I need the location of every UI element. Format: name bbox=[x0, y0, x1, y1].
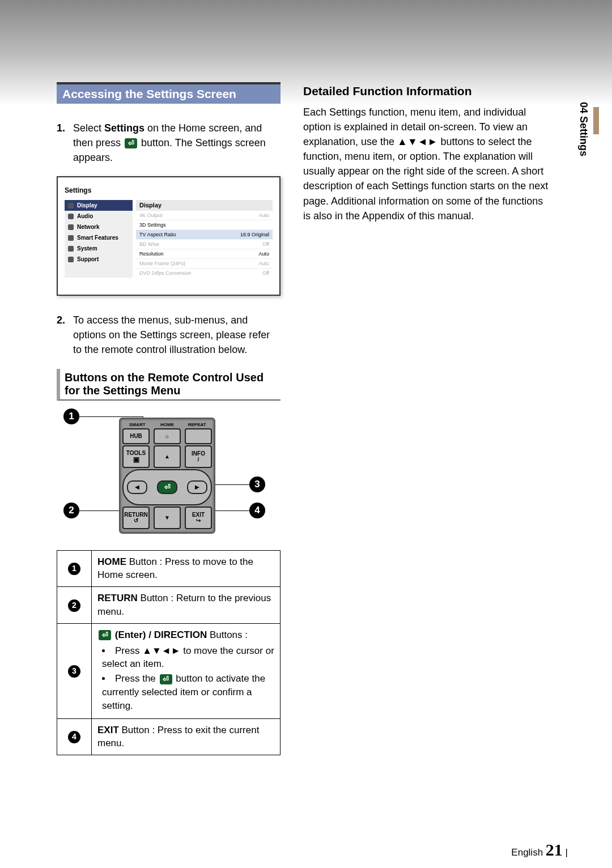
support-icon bbox=[68, 257, 74, 262]
table-row: 1 HOME Button : Press to move to the Hom… bbox=[57, 550, 280, 587]
sub-heading: Buttons on the Remote Control Used for t… bbox=[57, 369, 280, 401]
table-row: 2 RETURN Button : Return to the previous… bbox=[57, 587, 280, 624]
screenshot-sidebar: Display Audio Network Smart Features Sys… bbox=[65, 200, 133, 278]
screenshot-main: Display 4K OutputAuto 3D Settings TV Asp… bbox=[136, 200, 273, 278]
sidebar-item: Support bbox=[65, 254, 133, 265]
enter-icon: ⏎ bbox=[125, 138, 137, 148]
system-icon bbox=[68, 246, 74, 252]
enter-button: ⏎ bbox=[157, 480, 177, 494]
up-button: ▲ bbox=[154, 445, 181, 468]
dpad-middle: ◄ ⏎ ► bbox=[122, 469, 212, 505]
list-item: Press the ⏎ button to activate the curre… bbox=[102, 672, 274, 712]
sidebar-item: System bbox=[65, 243, 133, 254]
sidebar-item: Audio bbox=[65, 211, 133, 222]
sidebar-item: Smart Features bbox=[65, 232, 133, 243]
page-footer: English 21 | bbox=[57, 840, 568, 860]
callout-1: 1 bbox=[63, 409, 79, 424]
table-row: 3 ⏎ (Enter) / DIRECTION Buttons : Press … bbox=[57, 623, 280, 718]
callout-badge: 2 bbox=[68, 599, 80, 612]
display-icon bbox=[68, 203, 74, 209]
info-button: INFOi bbox=[185, 445, 212, 468]
section-banner: Accessing the Settings Screen bbox=[57, 82, 280, 104]
step-number: 2. bbox=[57, 313, 65, 357]
network-icon bbox=[68, 224, 74, 230]
exit-button: EXIT↪ bbox=[185, 507, 212, 529]
callout-badge: 3 bbox=[68, 665, 80, 678]
enter-icon: ⏎ bbox=[99, 630, 111, 640]
sidebar-item: Network bbox=[65, 222, 133, 232]
callout-2: 2 bbox=[63, 503, 79, 518]
list-item: Press ▲▼◄► to move the cursor or select … bbox=[102, 644, 274, 671]
home-button: ⌂ bbox=[154, 428, 181, 444]
side-chapter-tab: 04 Settings bbox=[577, 102, 589, 156]
down-button: ▼ bbox=[154, 507, 181, 529]
audio-icon bbox=[68, 214, 74, 219]
right-heading: Detailed Function Information bbox=[303, 84, 552, 98]
left-button: ◄ bbox=[127, 480, 147, 494]
remote-illustration: 1 2 3 4 SMART HOME REPEAT HUB ⌂ bbox=[62, 412, 280, 537]
callout-badge: 4 bbox=[68, 731, 80, 743]
screenshot-title: Settings bbox=[65, 186, 273, 194]
right-paragraph: Each Settings function, menu item, and i… bbox=[303, 105, 552, 223]
return-button: RETURN↺ bbox=[122, 507, 150, 529]
side-thumb-tab bbox=[593, 107, 599, 134]
step-text: Select Settings on the Home screen, and … bbox=[73, 121, 280, 165]
smart-icon bbox=[68, 235, 74, 241]
hub-button: HUB bbox=[122, 428, 150, 444]
step-text: To access the menus, sub-menus, and opti… bbox=[73, 313, 280, 357]
step-number: 1. bbox=[57, 121, 65, 165]
table-row: 4 EXIT Button : Press to exit the curren… bbox=[57, 718, 280, 755]
enter-icon: ⏎ bbox=[160, 674, 172, 684]
repeat-button bbox=[185, 428, 212, 444]
sidebar-item: Display bbox=[65, 200, 133, 211]
button-description-table: 1 HOME Button : Press to move to the Hom… bbox=[57, 550, 280, 756]
callout-badge: 1 bbox=[68, 563, 80, 575]
tools-button: TOOLS▣ bbox=[122, 445, 150, 468]
right-button: ► bbox=[187, 480, 207, 494]
settings-screenshot: Settings Display Audio Network Smart Fea… bbox=[57, 176, 280, 296]
